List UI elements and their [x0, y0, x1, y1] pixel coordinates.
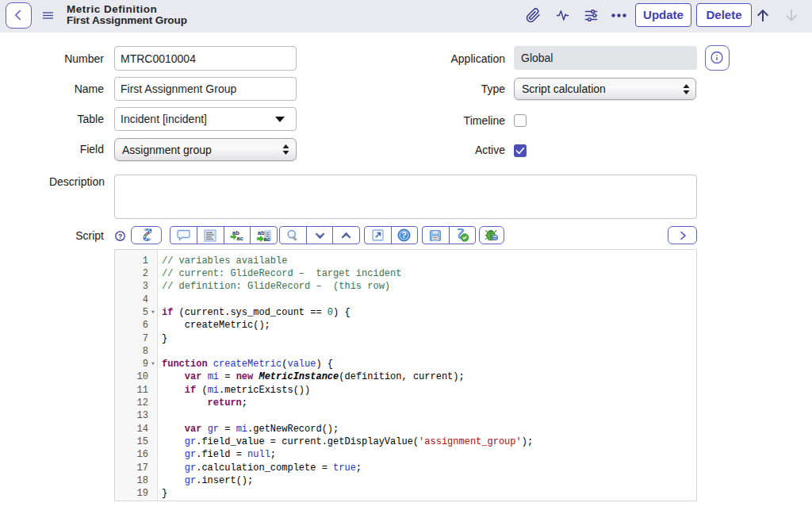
svg-text:?: ? — [402, 230, 407, 240]
svg-text:ac: ac — [237, 235, 243, 242]
svg-text:?: ? — [118, 232, 122, 240]
svg-text:ac: ac — [263, 236, 270, 242]
